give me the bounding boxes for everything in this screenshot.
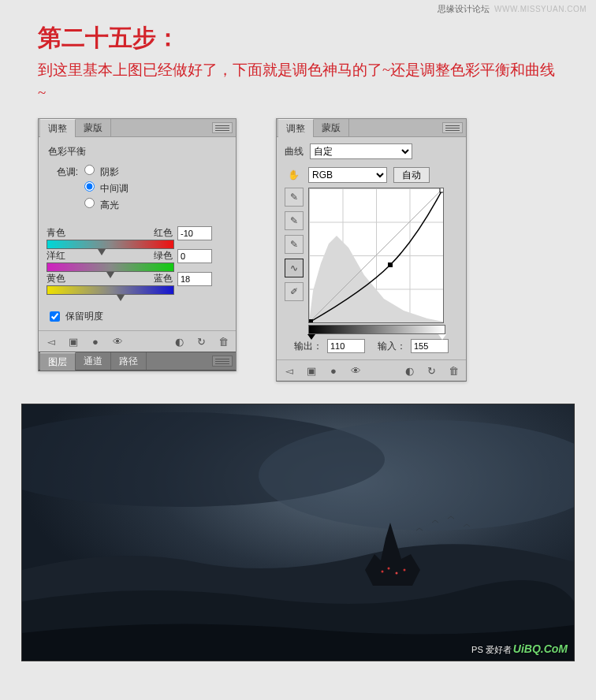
tone-mid-option[interactable]: 中间调 — [84, 181, 129, 195]
yellow-blue-value[interactable] — [177, 272, 212, 286]
svg-rect-2 — [388, 262, 393, 267]
eyedropper-black-icon[interactable]: ✎ — [285, 188, 304, 207]
svg-point-11 — [404, 569, 406, 572]
input-label: 输入： — [378, 341, 406, 352]
curve-tool-column: ✎ ✎ ✎ ∿ ✐ — [285, 188, 304, 301]
preserve-luminosity-checkbox[interactable] — [50, 311, 60, 322]
curve-tool-icon[interactable]: ∿ — [285, 259, 304, 277]
input-value[interactable] — [411, 339, 449, 353]
slider-handle-icon[interactable] — [98, 249, 106, 255]
trash-icon[interactable]: 🗑 — [447, 364, 460, 377]
circle-icon[interactable]: ● — [327, 364, 340, 377]
black-point-handle[interactable] — [307, 334, 315, 340]
magenta-green-value[interactable] — [177, 249, 212, 263]
watermark: PS 爱好者 UiBQ.CoM — [471, 642, 568, 656]
cyan-red-slider[interactable]: 青色红色 — [47, 226, 228, 249]
output-label: 输出： — [294, 341, 322, 352]
preserve-luminosity-label: 保留明度 — [65, 310, 103, 323]
trash-icon[interactable]: 🗑 — [217, 335, 229, 348]
yellow-blue-slider[interactable]: 黄色蓝色 — [47, 272, 228, 295]
panel-footer: ◅ ▣ ● 👁 ◐ ↻ 🗑 — [277, 359, 466, 381]
curve-graph[interactable] — [308, 188, 444, 323]
step-description: 到这里基本上图已经做好了，下面就是调色神马的了~还是调整色彩平衡和曲线~ — [0, 54, 596, 104]
slider-handle-icon[interactable] — [117, 295, 125, 301]
curves-panel: 调整 蒙版 曲线 自定 ✋ RGB 自动 — [276, 118, 467, 382]
auto-button[interactable]: 自动 — [393, 167, 430, 183]
panel-tabs: 调整 蒙版 — [277, 119, 466, 137]
svg-marker-0 — [309, 236, 443, 322]
finger-icon[interactable]: ✋ — [285, 169, 302, 181]
circle-icon[interactable]: ● — [89, 335, 102, 348]
pencil-tool-icon[interactable]: ✐ — [285, 282, 304, 301]
tab-adjust[interactable]: 调整 — [278, 119, 314, 137]
layer-icon[interactable]: ▣ — [305, 364, 318, 377]
eyedropper-white-icon[interactable]: ✎ — [285, 235, 304, 254]
clip-icon[interactable]: ◐ — [173, 335, 185, 348]
svg-rect-3 — [309, 319, 313, 322]
reset-icon[interactable]: ↻ — [425, 364, 438, 377]
panel-menu-icon[interactable] — [212, 122, 233, 133]
back-icon[interactable]: ◅ — [283, 364, 296, 377]
curve-type-label: 曲线 — [285, 145, 304, 158]
panel-subtitle: 色彩平衡 — [48, 145, 228, 158]
layer-icon[interactable]: ▣ — [67, 335, 80, 348]
tone-shadow-option[interactable]: 阴影 — [84, 165, 119, 179]
back-icon[interactable]: ◅ — [45, 335, 58, 348]
svg-point-9 — [388, 568, 390, 570]
tab-adjust[interactable]: 调整 — [40, 119, 76, 137]
tab-layers[interactable]: 图层 — [40, 352, 76, 370]
panel-tabs: 调整 蒙版 — [39, 119, 236, 137]
tone-label: 色调: — [47, 166, 78, 179]
channel-select[interactable]: RGB — [308, 167, 387, 183]
reset-icon[interactable]: ↻ — [195, 335, 207, 348]
curve-preset-select[interactable]: 自定 — [310, 143, 412, 159]
credit-name: 思缘设计论坛 — [438, 3, 490, 15]
svg-point-10 — [396, 572, 398, 575]
eyedropper-gray-icon[interactable]: ✎ — [285, 211, 304, 230]
tab-mask[interactable]: 蒙版 — [314, 119, 349, 136]
output-value[interactable] — [327, 339, 365, 353]
eye-icon[interactable]: 👁 — [111, 335, 124, 348]
eye-icon[interactable]: 👁 — [349, 364, 362, 377]
slider-handle-icon[interactable] — [106, 272, 114, 278]
white-point-handle[interactable] — [438, 334, 446, 340]
source-credit: 思缘设计论坛 WWW.MISSYUAN.COM — [438, 3, 587, 15]
clip-icon[interactable]: ◐ — [403, 364, 415, 377]
watermark-text: UiBQ.CoM — [513, 642, 568, 655]
credit-site: WWW.MISSYUAN.COM — [494, 5, 587, 13]
svg-point-8 — [382, 571, 384, 573]
tab-channels[interactable]: 通道 — [76, 352, 111, 370]
tab-mask[interactable]: 蒙版 — [76, 119, 111, 136]
magenta-green-slider[interactable]: 洋红绿色 — [47, 249, 228, 272]
panel-menu-icon[interactable] — [442, 122, 463, 133]
lower-panel-tabs: 图层 通道 路径 — [39, 352, 236, 370]
tone-high-option[interactable]: 高光 — [84, 198, 119, 212]
result-image: PS 爱好者 UiBQ.CoM — [21, 404, 575, 661]
panel-menu-icon[interactable] — [212, 356, 233, 367]
panel-footer: ◅ ▣ ● 👁 ◐ ↻ 🗑 — [39, 330, 236, 352]
gradient-ramp — [308, 325, 445, 334]
tab-paths[interactable]: 路径 — [111, 352, 147, 370]
svg-rect-4 — [440, 188, 443, 192]
cyan-red-value[interactable] — [177, 226, 212, 240]
color-balance-panel: 调整 蒙版 色彩平衡 色调: 阴影 中间调 高光 — [38, 118, 237, 371]
